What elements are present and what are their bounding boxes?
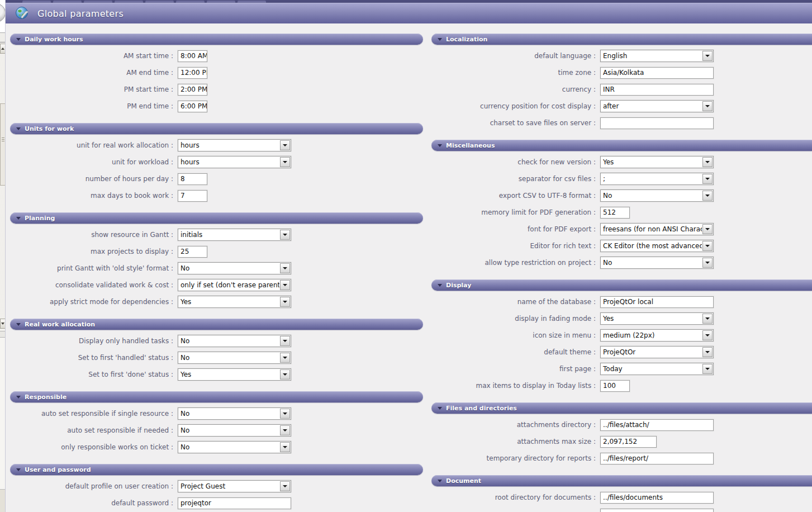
dropdown-arrow-icon[interactable]	[702, 157, 713, 167]
text-input[interactable]: ProjeQtOr local	[600, 296, 714, 308]
section-header[interactable]: User and password	[10, 464, 423, 475]
section: Miscellaneouscheck for new version :Yess…	[431, 140, 812, 269]
select-input[interactable]: ;	[600, 173, 714, 185]
dropdown-arrow-icon[interactable]	[702, 101, 713, 111]
section-title: Real work allocation	[25, 321, 95, 328]
select-input[interactable]: Today	[600, 363, 714, 375]
text-input[interactable]: 12:00 PM	[178, 67, 207, 79]
dropdown-arrow-icon[interactable]	[702, 314, 713, 324]
field-label: default password :	[10, 499, 178, 507]
section-header[interactable]: Responsible	[10, 391, 423, 402]
collapse-triangle-icon	[438, 480, 442, 482]
text-input[interactable]: 25	[178, 246, 207, 258]
dropdown-arrow-icon[interactable]	[280, 425, 290, 435]
dropdown-arrow-icon[interactable]	[702, 224, 713, 234]
select-input[interactable]: No	[178, 262, 291, 274]
select-input[interactable]: freesans (for non ANSI Characters)	[600, 223, 714, 235]
text-input[interactable]: Asia/Kolkata	[600, 67, 714, 79]
section-rows: default profile on user creation :Projec…	[10, 475, 423, 509]
text-input[interactable]	[600, 117, 714, 129]
text-input[interactable]: projeqtor	[178, 497, 291, 509]
section-header[interactable]: Files and directories	[431, 402, 812, 414]
dropdown-arrow-icon[interactable]	[280, 230, 290, 240]
section-title: Responsible	[25, 394, 67, 401]
select-input[interactable]: hours	[178, 156, 291, 168]
select-input[interactable]: Yes	[178, 296, 291, 308]
dropdown-arrow-icon[interactable]	[280, 409, 290, 419]
select-input[interactable]: Yes	[178, 368, 291, 381]
select-input[interactable]: only if set (don't erase parents)	[178, 279, 291, 291]
select-input[interactable]: No	[178, 441, 291, 453]
panel-divider	[0, 331, 6, 338]
dropdown-arrow-icon[interactable]	[280, 140, 290, 150]
section: Files and directoriesattachments directo…	[431, 402, 812, 464]
section-header[interactable]: Miscellaneous	[431, 140, 812, 151]
scrollbar-up-button[interactable]	[0, 44, 6, 54]
select-input[interactable]: No	[178, 352, 291, 364]
dropdown-arrow-icon[interactable]	[280, 481, 290, 491]
select-value: No	[178, 442, 279, 453]
text-input[interactable]: 2:00 PM	[178, 84, 207, 96]
dropdown-arrow-icon[interactable]	[280, 280, 290, 290]
dropdown-arrow-icon[interactable]	[702, 364, 713, 374]
select-input[interactable]: Yes	[600, 312, 714, 325]
select-input[interactable]: medium (22px)	[600, 329, 714, 342]
select-value: Today	[601, 363, 702, 374]
dropdown-arrow-icon[interactable]	[702, 330, 713, 340]
dropdown-arrow-icon[interactable]	[280, 157, 290, 167]
select-input[interactable]: No	[178, 407, 291, 420]
select-input[interactable]: CK Editor (the most advanced one)	[600, 240, 714, 252]
text-input[interactable]: 8	[178, 173, 207, 185]
select-input[interactable]: No	[178, 424, 291, 437]
select-input[interactable]: No	[600, 189, 714, 202]
text-input[interactable]: ../files/report/	[600, 453, 714, 464]
section-header[interactable]: Daily work hours	[10, 34, 423, 45]
text-input[interactable]: 7	[178, 190, 207, 202]
select-input[interactable]: Yes	[600, 156, 714, 168]
text-input[interactable]: 8:00 AM	[178, 50, 207, 62]
field-label: first page :	[431, 365, 600, 373]
text-input[interactable]: 512	[600, 207, 630, 219]
section-header[interactable]: Display	[431, 279, 812, 291]
dropdown-arrow-icon[interactable]	[702, 241, 713, 251]
dropdown-arrow-icon[interactable]	[280, 369, 290, 380]
select-input[interactable]: hours	[178, 139, 291, 151]
dropdown-arrow-icon[interactable]	[280, 263, 290, 273]
text-input[interactable]: 100	[600, 380, 630, 392]
select-input[interactable]: No	[600, 257, 714, 269]
text-input[interactable]: ../files/attach/	[600, 419, 714, 431]
dropdown-arrow-icon[interactable]	[280, 297, 290, 307]
select-input[interactable]: English	[600, 50, 714, 62]
select-input[interactable]: No	[178, 335, 291, 347]
dropdown-arrow-icon[interactable]	[702, 191, 713, 201]
dropdown-arrow-icon[interactable]	[702, 174, 713, 184]
scrollbar-track[interactable]	[0, 54, 6, 103]
text-input[interactable]: INR	[600, 84, 714, 96]
dropdown-arrow-icon[interactable]	[702, 347, 713, 357]
text-input[interactable]: ../files/documents	[600, 492, 714, 504]
dropdown-arrow-icon[interactable]	[280, 442, 290, 452]
collapse-triangle-icon	[438, 144, 442, 147]
section-header[interactable]: Units for work	[10, 123, 423, 134]
dropdown-arrow-icon[interactable]	[702, 258, 713, 268]
scrollbar-thumb[interactable]	[0, 103, 6, 186]
text-input[interactable]: 6:00 PM	[178, 101, 207, 112]
select-value: No	[178, 352, 279, 363]
select-input[interactable]: ProjeQtOr	[600, 346, 714, 358]
select-input[interactable]: initials	[178, 229, 291, 241]
section-header[interactable]: Document	[431, 475, 812, 486]
section-header[interactable]: Localization	[431, 34, 812, 45]
select-input[interactable]: Project Guest	[178, 480, 291, 492]
section-title: Document	[446, 477, 481, 485]
dropdown-arrow-icon[interactable]	[280, 336, 290, 346]
section-rows: root directory for documents :../files/d…	[431, 486, 812, 512]
section-header[interactable]: Real work allocation	[10, 319, 423, 330]
text-input[interactable]	[600, 509, 714, 512]
dropdown-arrow-icon[interactable]	[702, 51, 713, 61]
text-input[interactable]: 2,097,152	[600, 436, 657, 448]
dropdown-arrow-icon[interactable]	[280, 353, 290, 363]
scrollbar-track[interactable]	[0, 186, 6, 319]
select-input[interactable]: after	[600, 100, 714, 112]
scrollbar-down-button[interactable]	[0, 319, 6, 329]
section-header[interactable]: Planning	[10, 212, 423, 224]
